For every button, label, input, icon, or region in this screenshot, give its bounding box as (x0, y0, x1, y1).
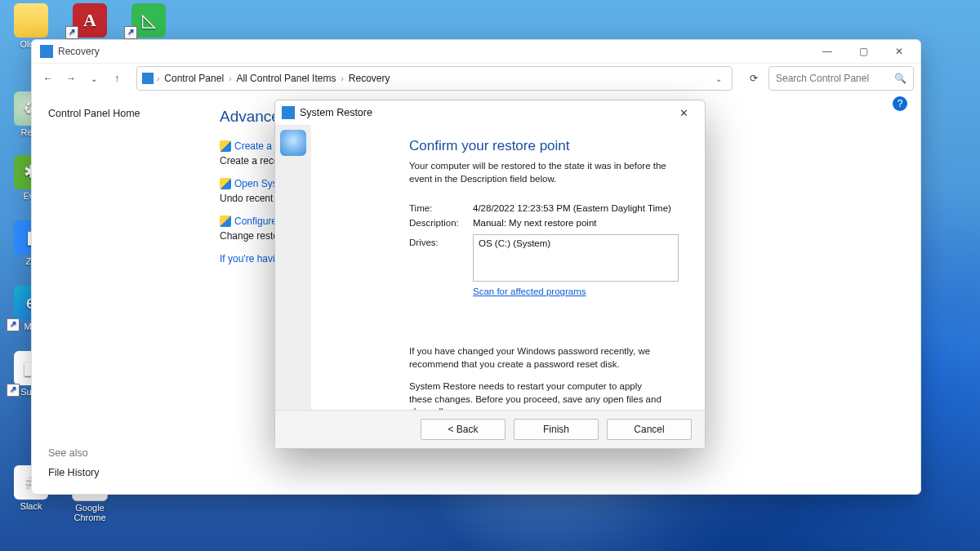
window-icon (40, 45, 53, 58)
restore-point-details: Time: 4/28/2022 12:23:53 PM (Eastern Day… (409, 203, 685, 296)
dialog-content: Confirm your restore point Your computer… (275, 125, 705, 411)
window-toolbar: ← → ⌄ ↑ › Control Panel › All Control Pa… (32, 63, 920, 93)
window-titlebar[interactable]: Recovery — ▢ ✕ (32, 40, 920, 63)
shield-icon (220, 140, 231, 152)
dialog-title: System Restore (300, 107, 372, 118)
chevron-right-icon: › (229, 74, 231, 83)
back-button[interactable]: < Back (421, 419, 506, 440)
close-button[interactable]: ✕ (881, 40, 917, 63)
shortcut-icon: ↗ (124, 26, 137, 39)
icon-label: Google Chrome (65, 503, 114, 522)
dialog-heading: Confirm your restore point (409, 138, 685, 154)
icon-label: Slack (7, 501, 56, 511)
shield-icon (220, 216, 231, 227)
drives-listbox[interactable]: OS (C:) (System) (473, 234, 679, 282)
scan-affected-programs-link[interactable]: Scan for affected programs (473, 287, 586, 296)
search-input[interactable]: Search Control Panel 🔍 (768, 66, 914, 91)
cancel-button[interactable]: Cancel (607, 419, 692, 440)
description-label: Description: (409, 218, 473, 228)
password-note: If you have changed your Windows passwor… (409, 345, 685, 371)
search-icon: 🔍 (894, 73, 906, 84)
recent-chevron-icon[interactable]: ⌄ (84, 69, 104, 88)
time-value: 4/28/2022 12:23:53 PM (Eastern Daylight … (473, 203, 685, 213)
back-button[interactable]: ← (38, 69, 58, 88)
breadcrumb[interactable]: › Control Panel › All Control Panel Item… (136, 66, 733, 91)
shield-icon (220, 178, 231, 189)
crumb-control-panel[interactable]: Control Panel (163, 73, 225, 84)
drives-label: Drives: (409, 238, 473, 296)
dialog-close-button[interactable]: ✕ (669, 102, 698, 123)
see-also: See also File History (48, 447, 100, 478)
shortcut-icon: ↗ (65, 26, 78, 39)
see-also-heading: See also (48, 447, 100, 459)
window-title: Recovery (58, 46, 100, 57)
dialog-subtext: Your computer will be restored to the st… (409, 159, 685, 185)
crumb-all-items[interactable]: All Control Panel Items (234, 73, 337, 84)
drive-item[interactable]: OS (C:) (System) (479, 238, 673, 248)
dialog-titlebar[interactable]: System Restore ✕ (275, 100, 705, 125)
dialog-footer: < Back Finish Cancel (275, 410, 705, 448)
chevron-right-icon: › (341, 74, 343, 83)
search-placeholder: Search Control Panel (776, 73, 869, 84)
refresh-button[interactable]: ⟳ (742, 67, 765, 90)
control-panel-home-link[interactable]: Control Panel Home (48, 108, 197, 119)
desktop-icon-green[interactable]: ◺ ↗ (124, 3, 173, 39)
description-value: Manual: My next restore point (473, 218, 685, 228)
file-history-link[interactable]: File History (48, 467, 100, 478)
desktop-icon-adobe[interactable]: A ↗ (65, 3, 114, 39)
chevron-right-icon: › (157, 74, 159, 83)
forward-button[interactable]: → (61, 69, 81, 88)
minimize-button[interactable]: — (809, 40, 845, 63)
folder-icon (14, 3, 48, 38)
crumb-recovery[interactable]: Recovery (347, 73, 392, 84)
up-button[interactable]: ↑ (107, 69, 127, 88)
shortcut-icon: ↗ (7, 318, 20, 331)
control-panel-icon (142, 73, 154, 84)
maximize-button[interactable]: ▢ (845, 40, 881, 63)
shortcut-icon: ↗ (7, 384, 20, 397)
system-restore-icon (282, 106, 295, 119)
time-label: Time: (409, 203, 473, 213)
system-restore-dialog: System Restore ✕ Confirm your restore po… (274, 100, 706, 449)
finish-button[interactable]: Finish (514, 419, 599, 440)
chevron-down-icon[interactable]: ⌄ (715, 74, 722, 83)
left-nav: Control Panel Home (32, 93, 203, 495)
